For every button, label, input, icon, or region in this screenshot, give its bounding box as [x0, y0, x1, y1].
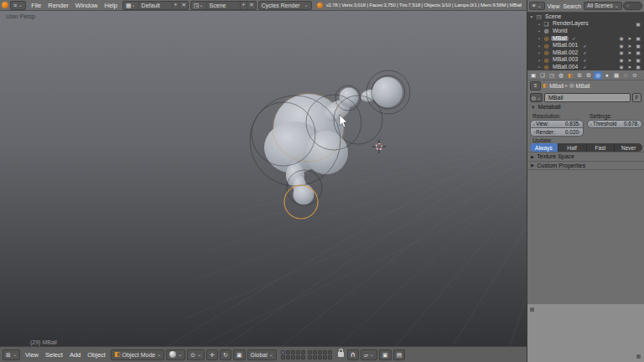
- outliner-item-renderlayers[interactable]: •❏RenderLayers▣: [527, 21, 644, 28]
- viewport-menu-object[interactable]: Object: [84, 350, 109, 359]
- snap-element-select[interactable]: ▱ ⌄: [361, 349, 377, 360]
- slider-left-icon[interactable]: ‹: [590, 122, 592, 127]
- scene-name[interactable]: Scene: [207, 2, 241, 9]
- update-always-button[interactable]: Always: [530, 143, 558, 152]
- layer-13[interactable]: [318, 350, 322, 354]
- fake-user-button[interactable]: F: [632, 93, 641, 102]
- 3d-cursor[interactable]: [372, 140, 386, 153]
- slider-right-icon[interactable]: ›: [637, 122, 639, 127]
- update-fast-button[interactable]: Fast: [587, 143, 615, 152]
- slider-left-icon[interactable]: ‹: [533, 122, 535, 127]
- layer-16[interactable]: [308, 355, 312, 359]
- outliner-item-world[interactable]: •◍World: [527, 28, 644, 35]
- opengl-render-button[interactable]: ▣: [379, 349, 392, 360]
- eye-icon[interactable]: ◉: [618, 65, 625, 70]
- tab-material[interactable]: ●: [603, 71, 611, 80]
- corner-widget-icon[interactable]: [636, 354, 641, 359]
- menu-help[interactable]: Help: [101, 1, 121, 10]
- layer-2[interactable]: [286, 350, 290, 354]
- update-half-button[interactable]: Half: [558, 143, 587, 152]
- screen-layout-selector[interactable]: ▦ ⌄ Default + ✕: [122, 1, 189, 10]
- layer-7[interactable]: [286, 355, 290, 359]
- scene-browse-button[interactable]: ◳ ⌄: [191, 2, 207, 9]
- expander-icon[interactable]: •: [537, 65, 542, 70]
- camera-icon[interactable]: ▣: [635, 36, 641, 41]
- panel-texture-space[interactable]: ▶Texture Space: [527, 152, 644, 161]
- outliner-item-mball-002[interactable]: •◎MBall.002✓◉➤▣: [527, 49, 644, 57]
- outliner-item-mball-001[interactable]: •◎MBall.001✓◉➤▣: [527, 42, 644, 49]
- manipulator-translate-toggle[interactable]: ✛: [206, 349, 218, 360]
- layer-19[interactable]: [323, 355, 327, 359]
- tab-constraints[interactable]: ⧉: [575, 71, 584, 80]
- editor-type-button[interactable]: ≡ ⌄: [10, 1, 26, 10]
- layout-browse-button[interactable]: ▦ ⌄: [123, 2, 139, 9]
- viewport-menu-select[interactable]: Select: [42, 350, 66, 359]
- tab-render-layers[interactable]: ❏: [538, 71, 547, 80]
- layer-20[interactable]: [328, 355, 332, 359]
- lock-icon[interactable]: [338, 352, 344, 357]
- expander-icon[interactable]: •: [537, 50, 542, 55]
- layer-9[interactable]: [296, 355, 300, 359]
- layout-add-button[interactable]: +: [173, 2, 180, 9]
- layer-14[interactable]: [323, 350, 327, 354]
- breadcrumb-object[interactable]: MBall: [549, 83, 564, 89]
- threshold-field[interactable]: ‹ Threshold 0.678 ›: [587, 120, 642, 128]
- tab-render[interactable]: ▣: [529, 71, 538, 80]
- expander-icon[interactable]: •: [537, 28, 542, 34]
- layout-name[interactable]: Default: [139, 2, 173, 9]
- render-engine-select[interactable]: Cycles Render ⌄: [258, 1, 312, 10]
- eye-icon[interactable]: ◉: [618, 50, 625, 55]
- layer-8[interactable]: [291, 355, 295, 359]
- slider-left-icon[interactable]: ‹: [533, 129, 535, 134]
- layer-4[interactable]: [296, 350, 300, 354]
- slider-right-icon[interactable]: ›: [579, 122, 580, 127]
- tab-object-data[interactable]: ◎: [594, 71, 602, 80]
- scene-close-button[interactable]: ✕: [247, 2, 255, 9]
- layer-15[interactable]: [328, 350, 332, 354]
- tab-particles[interactable]: ∴: [621, 71, 630, 80]
- viewport-menu-view[interactable]: View: [22, 350, 42, 359]
- outliner-editor-type-button[interactable]: ≡ ⌄: [529, 2, 545, 10]
- layer-18[interactable]: [318, 355, 322, 359]
- panel-custom-properties[interactable]: ▶Custom Properties: [527, 161, 644, 170]
- viewport-editor-type-button[interactable]: ⊞ ⌄: [3, 349, 20, 360]
- layer-17[interactable]: [313, 355, 317, 359]
- 3d-viewport[interactable]: User Persp (29) MBall: [0, 11, 527, 346]
- outliner-item-mball-004[interactable]: •◎MBall.004✓◉➤▣: [527, 64, 644, 70]
- pointer-icon[interactable]: ➤: [626, 58, 633, 63]
- layer-12[interactable]: [313, 350, 317, 354]
- menu-render[interactable]: Render: [44, 1, 72, 10]
- pointer-icon[interactable]: ➤: [626, 65, 633, 70]
- outliner-search-input[interactable]: ○: [623, 2, 642, 10]
- camera-icon[interactable]: ▣: [635, 58, 641, 63]
- orientation-select[interactable]: Global ⌄: [247, 349, 277, 360]
- mode-select[interactable]: ◧ Object Mode ⌄: [111, 349, 164, 360]
- eye-icon[interactable]: ◉: [618, 58, 625, 63]
- pivot-select[interactable]: ⊙ ⌄: [187, 349, 205, 360]
- tab-texture[interactable]: ▦: [612, 71, 621, 80]
- blender-logo-icon[interactable]: [2, 2, 8, 8]
- eye-icon[interactable]: ◉: [618, 36, 625, 41]
- eye-icon[interactable]: ◉: [618, 44, 625, 49]
- expander-icon[interactable]: •: [537, 22, 542, 27]
- expander-icon[interactable]: ▾: [529, 14, 534, 19]
- expander-icon[interactable]: •: [537, 36, 542, 41]
- manipulator-scale-toggle[interactable]: ▣: [233, 349, 246, 360]
- camera-icon[interactable]: ▣: [635, 65, 641, 70]
- outliner-item-mball[interactable]: •◎MBall✓◉➤▣: [527, 35, 644, 43]
- update-never-button[interactable]: Never: [615, 143, 642, 152]
- outliner-scope-select[interactable]: All Scenes ⌄: [584, 2, 622, 10]
- resolution-view-field[interactable]: ‹ View: 0.835 ›: [530, 120, 584, 128]
- datablock-browse-button[interactable]: ◎ ⌄: [530, 93, 543, 102]
- expander-icon[interactable]: •: [537, 58, 542, 63]
- layer-5[interactable]: [301, 350, 305, 354]
- outliner-menu-search[interactable]: Search: [561, 2, 583, 11]
- manipulator-rotate-toggle[interactable]: ↻: [220, 349, 231, 360]
- outliner-item-mball-003[interactable]: •◎MBall.003✓◉➤▣: [527, 57, 644, 65]
- camera-icon[interactable]: ▣: [635, 22, 641, 27]
- resolution-render-field[interactable]: ‹ Render: 0.020 ›: [530, 128, 584, 137]
- tab-object[interactable]: ◧: [566, 71, 574, 80]
- tab-scene[interactable]: ◳: [548, 71, 556, 80]
- snap-toggle[interactable]: ∪: [347, 349, 359, 360]
- layer-1[interactable]: [281, 350, 285, 354]
